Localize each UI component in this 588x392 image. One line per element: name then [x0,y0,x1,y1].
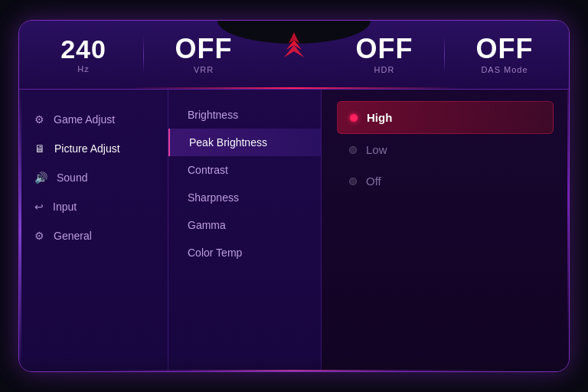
sidebar-item-label-sound: Sound [57,172,87,184]
hz-stat: 240 Hz [45,36,122,74]
menu-label-peak-brightness: Peak Brightness [189,136,267,149]
vrr-value: OFF [175,35,233,63]
menu-label-gamma: Gamma [188,219,226,231]
bottom-glow [74,370,514,371]
hdr-label: HDR [374,65,395,74]
options-panel: High Low Off [322,90,569,371]
option-dot-off [349,178,357,185]
menu-item-brightness[interactable]: Brightness [168,101,321,129]
general-icon: ⚙ [34,230,44,242]
sidebar-item-game-adjust[interactable]: ⚙ Game Adjust [19,105,168,134]
option-label-off: Off [366,175,381,188]
option-off[interactable]: Off [337,165,554,197]
divider-1 [143,36,144,74]
svg-marker-2 [284,45,304,57]
menu-label-contrast: Contrast [188,164,228,176]
vrr-stat: OFF VRR [165,35,242,74]
game-adjust-icon: ⚙ [34,113,44,126]
monitor-frame: 240 Hz OFF VRR OFF HDR OFF DAS Mode ⚙ Ga… [18,20,570,372]
input-icon: ↩ [34,201,44,213]
sidebar-item-picture-adjust[interactable]: 🖥 Picture Adjust [19,134,168,163]
sidebar-item-label-game-adjust: Game Adjust [54,113,115,126]
vrr-label: VRR [194,65,214,74]
menu-item-peak-brightness[interactable]: Peak Brightness [168,129,321,156]
menu-label-color-temp: Color Temp [188,247,242,259]
sound-icon: 🔊 [34,172,47,184]
hz-value: 240 [60,36,106,62]
menu-item-contrast[interactable]: Contrast [168,156,321,184]
hdr-value: OFF [356,35,413,63]
divider-2 [444,36,445,74]
picture-adjust-icon: 🖥 [34,142,45,155]
option-low[interactable]: Low [337,134,554,165]
main-content: ⚙ Game Adjust 🖥 Picture Adjust 🔊 Sound ↩… [19,90,569,371]
hdr-stat: OFF HDR [346,35,423,74]
middle-menu: Brightness Peak Brightness Contrast Shar… [168,90,322,371]
sidebar-item-sound[interactable]: 🔊 Sound [19,163,168,192]
hz-label: Hz [77,64,89,74]
option-dot-low [349,146,357,154]
das-stat: OFF DAS Mode [466,35,543,74]
sidebar-item-label-general: General [54,230,92,242]
das-value: OFF [476,35,534,63]
sidebar-item-input[interactable]: ↩ Input [19,192,168,221]
option-label-low: Low [366,143,387,156]
das-label: DAS Mode [481,65,528,74]
menu-item-sharpness[interactable]: Sharpness [168,184,321,211]
sidebar-item-general[interactable]: ⚙ General [19,221,168,250]
sidebar: ⚙ Game Adjust 🖥 Picture Adjust 🔊 Sound ↩… [19,90,168,371]
menu-label-brightness: Brightness [188,109,238,121]
menu-label-sharpness: Sharpness [188,191,239,204]
brand-logo [275,28,313,70]
menu-item-color-temp[interactable]: Color Temp [168,239,321,266]
option-high[interactable]: High [337,101,554,134]
sidebar-item-label-picture-adjust: Picture Adjust [54,142,120,155]
sidebar-item-label-input: Input [53,201,77,213]
option-dot-high [350,114,358,122]
option-label-high: High [367,111,392,124]
menu-item-gamma[interactable]: Gamma [168,211,321,239]
